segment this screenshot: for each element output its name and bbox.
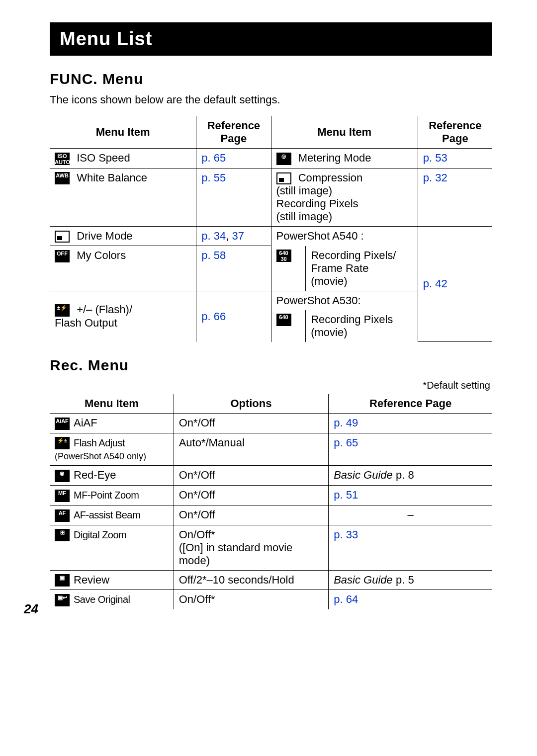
page-title-bar: Menu List (50, 22, 492, 56)
ref-page: – (329, 505, 492, 525)
menu-item-drive-mode: Drive Mode (50, 226, 196, 246)
ref-page[interactable]: p. 58 (196, 246, 271, 291)
options-cell: On*/Off (174, 505, 329, 525)
ref-page: Basic Guide p. 8 (329, 466, 492, 486)
options-cell: On/Off*([On] in standard moviemode) (174, 525, 329, 570)
ref-page[interactable]: p. 32 (418, 168, 492, 226)
col-reference-page: Reference Page (418, 116, 492, 149)
digital-zoom-icon: ⊞ (55, 529, 70, 541)
menu-item-label: Drive Mode (77, 230, 132, 242)
ref-page[interactable]: p. 42 (418, 226, 492, 341)
menu-item-label: ISO Speed (77, 152, 130, 164)
menu-item-label: Metering Mode (298, 152, 371, 164)
flash-comp-icon: ±⚡ (55, 304, 70, 317)
ref-page[interactable]: p. 49 (329, 414, 492, 433)
iso-auto-icon: ISO AUTO (55, 153, 70, 165)
menu-item-label: Review (74, 574, 109, 586)
options-cell: On*/Off (174, 486, 329, 505)
model-note: (PowerShot A540 only) (55, 451, 146, 461)
table-row: MFMF-Point Zoom On*/Off p. 51 (50, 486, 492, 505)
options-cell: Auto*/Manual (174, 433, 329, 466)
table-row: AFAF-assist Beam On*/Off – (50, 505, 492, 525)
menu-item-label: My Colors (77, 249, 126, 261)
ref-page: Basic Guide p. 5 (329, 570, 492, 590)
drive-mode-icon (55, 231, 70, 243)
options-cell: On/Off* (174, 590, 329, 609)
menu-item-white-balance: AWB White Balance (50, 168, 196, 226)
col-menu-item: Menu Item (50, 116, 196, 149)
ref-page[interactable]: p. 55 (196, 168, 271, 226)
menu-item-flash-output: ±⚡ +/– (Flash)/Flash Output (50, 291, 196, 342)
page-number: 24 (24, 601, 38, 617)
movie-640-30-icon: 640 30 (276, 250, 291, 262)
table-row: ⚡±Flash Adjust(PowerShot A540 only) Auto… (50, 433, 492, 466)
col-options: Options (174, 394, 329, 414)
menu-item-label: AF-assist Beam (74, 509, 140, 520)
options-cell: On*/Off (174, 466, 329, 486)
mf-point-zoom-icon: MF (55, 490, 70, 502)
flash-adjust-icon: ⚡± (55, 437, 70, 449)
func-menu-heading: FUNC. Menu (50, 71, 492, 87)
ref-page[interactable]: p. 65 (196, 149, 271, 168)
movie-640-icon: 640 (276, 314, 291, 326)
menu-item-iso-speed: ISO AUTO ISO Speed (50, 149, 196, 168)
func-menu-desc: The icons shown below are the default se… (50, 93, 492, 106)
options-cell: On*/Off (174, 414, 329, 433)
awb-icon: AWB (55, 172, 70, 184)
powershot-a540-label: PowerShot A540 : (271, 226, 418, 246)
aiaf-icon: AiAF (55, 418, 70, 430)
func-menu-table: Menu Item Reference Page Menu Item Refer… (50, 116, 492, 342)
review-icon: ▣ (55, 574, 70, 587)
menu-item-rec-pixels-movie: Recording Pixels/Frame Rate(movie) (306, 246, 418, 291)
af-assist-icon: AF (55, 509, 70, 522)
ref-page[interactable]: p. 66 (196, 291, 271, 342)
menu-item-label: Save Original (74, 594, 130, 605)
ref-page[interactable]: p. 33 (329, 525, 492, 570)
compression-icon (276, 172, 291, 184)
col-menu-item: Menu Item (50, 394, 174, 414)
options-cell: Off/2*–10 seconds/Hold (174, 570, 329, 590)
menu-item-label: White Balance (77, 171, 147, 184)
rec-menu-table: Menu Item Options Reference Page AiAFAiA… (50, 394, 492, 609)
menu-item-label: AiAF (74, 417, 97, 429)
menu-item-my-colors: OFF My Colors (50, 246, 196, 291)
default-setting-note: *Default setting (50, 380, 490, 391)
menu-item-metering-mode: ◎ Metering Mode (271, 149, 418, 168)
menu-item-label: MF-Point Zoom (74, 490, 139, 501)
ref-page[interactable]: p. 34, 37 (196, 226, 271, 246)
menu-item-label: Flash Adjust (74, 437, 125, 448)
metering-icon: ◎ (276, 153, 291, 165)
powershot-a530-label: PowerShot A530: (271, 291, 418, 310)
menu-item-label: Digital Zoom (74, 529, 126, 540)
table-row: ▣↩Save Original On/Off* p. 64 (50, 590, 492, 609)
col-menu-item: Menu Item (271, 116, 418, 149)
col-reference-page: Reference Page (196, 116, 271, 149)
red-eye-icon: ◉ (55, 470, 70, 482)
menu-item-label: Red-Eye (74, 469, 116, 481)
menu-item-rec-pixels-movie-a530: Recording Pixels(movie) (306, 310, 418, 342)
table-row: ▣Review Off/2*–10 seconds/Hold Basic Gui… (50, 570, 492, 590)
my-colors-icon: OFF (55, 250, 70, 262)
col-reference-page: Reference Page (329, 394, 492, 414)
table-row: ⊞Digital Zoom On/Off*([On] in standard m… (50, 525, 492, 570)
ref-page[interactable]: p. 51 (329, 486, 492, 505)
rec-menu-heading: Rec. Menu (50, 357, 492, 374)
table-row: AiAFAiAF On*/Off p. 49 (50, 414, 492, 433)
save-original-icon: ▣↩ (55, 594, 70, 606)
menu-item-compression-pixels: Compression(still image)Recording Pixels… (271, 168, 418, 226)
ref-page[interactable]: p. 65 (329, 433, 492, 466)
ref-page[interactable]: p. 64 (329, 590, 492, 609)
table-row: ◉Red-Eye On*/Off Basic Guide p. 8 (50, 466, 492, 486)
ref-page[interactable]: p. 53 (418, 149, 492, 168)
